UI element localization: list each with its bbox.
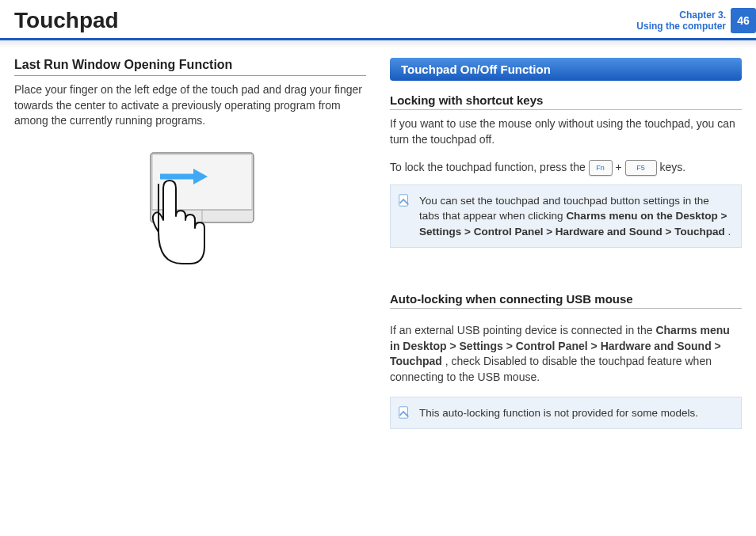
page-header: Touchpad Chapter 3. Using the computer 4…	[0, 0, 756, 40]
content-columns: Last Run Window Opening Function Place y…	[0, 48, 756, 443]
page-title: Touchpad	[8, 8, 119, 33]
chapter-line2: Using the computer	[636, 21, 726, 32]
sub2-p-a: If an external USB pointing device is co…	[390, 324, 655, 336]
note-icon	[397, 193, 411, 207]
left-section-heading: Last Run Window Opening Function	[14, 58, 366, 76]
note-icon	[397, 405, 411, 420]
note2-text: This auto-locking function is not provid…	[419, 407, 698, 419]
touchpad-swipe-icon	[111, 145, 269, 279]
chapter-line1: Chapter 3.	[636, 10, 726, 21]
fn-key-icon: Fn	[589, 160, 613, 176]
header-shadow	[0, 40, 756, 48]
note1-b: .	[727, 226, 731, 238]
left-column: Last Run Window Opening Function Place y…	[14, 58, 366, 443]
sub1-p2-b: keys.	[659, 161, 685, 173]
sub1-paragraph2: To lock the touchpad function, press the…	[390, 158, 742, 176]
note-box-1: You can set the touchpad and touchpad bu…	[390, 184, 742, 249]
right-pill-heading: Touchpad On/Off Function	[390, 58, 742, 81]
left-paragraph: Place your finger on the left edge of th…	[14, 82, 366, 129]
sub1-p2-a: To lock the touchpad function, press the	[390, 161, 589, 173]
header-right: Chapter 3. Using the computer 46	[636, 8, 756, 33]
sub1-heading: Locking with shortcut keys	[390, 93, 742, 110]
sub2-paragraph: If an external USB pointing device is co…	[390, 323, 742, 385]
note-box-2: This auto-locking function is not provid…	[390, 397, 742, 430]
plus-sign: +	[616, 161, 625, 173]
right-column: Touchpad On/Off Function Locking with sh…	[390, 58, 742, 443]
sub1-paragraph1: If you want to use the mouse only withou…	[390, 116, 742, 147]
chapter-label: Chapter 3. Using the computer	[636, 10, 731, 32]
touchpad-illustration	[14, 145, 366, 283]
f5-key-icon: F5	[625, 160, 657, 176]
page-number-badge: 46	[731, 8, 756, 33]
sub2-heading: Auto-locking when connecting USB mouse	[390, 292, 742, 309]
